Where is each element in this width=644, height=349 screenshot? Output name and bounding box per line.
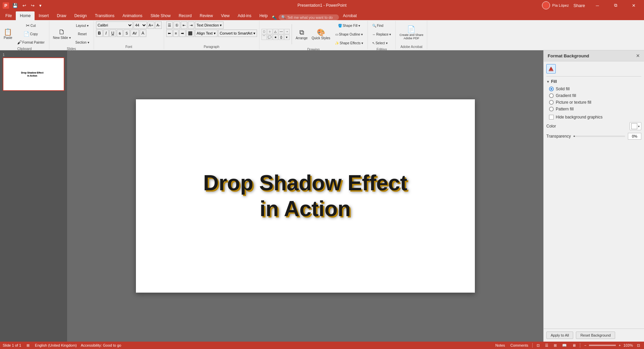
picture-fill-option[interactable]: Picture or texture fill <box>549 100 641 105</box>
reset-background-button[interactable]: Reset Background <box>576 332 615 339</box>
zoom-in-button[interactable]: + <box>617 343 622 347</box>
align-text-button[interactable]: Align Text ▾ <box>195 30 217 37</box>
align-left-button[interactable]: ⬅ <box>166 30 172 37</box>
minimize-button[interactable]: ─ <box>590 0 605 11</box>
rectangle-shape[interactable]: □ <box>261 29 267 34</box>
fill-icon-button[interactable] <box>546 64 556 73</box>
hide-graphics-checkbox[interactable] <box>549 115 554 119</box>
callout-shape[interactable]: 💬 <box>267 35 273 40</box>
font-size-increase-button[interactable]: A+ <box>148 21 154 29</box>
pattern-fill-option[interactable]: Pattern fill <box>549 107 641 111</box>
decrease-indent-button[interactable]: ⇤ <box>181 21 187 29</box>
outline-view-button[interactable]: ☰ <box>544 343 550 348</box>
gradient-fill-option[interactable]: Gradient fill <box>549 93 641 98</box>
solid-fill-option[interactable]: Solid fill <box>549 87 641 91</box>
tab-design[interactable]: Design <box>70 11 91 20</box>
hide-graphics-option[interactable]: Hide background graphics <box>549 115 641 119</box>
undo-button[interactable]: ↩ <box>21 2 28 9</box>
color-swatch-button[interactable]: ▾ <box>630 122 641 130</box>
copy-button[interactable]: 📄 Copy <box>15 30 47 38</box>
font-name-select[interactable]: Calibri <box>96 21 133 29</box>
tab-acrobat[interactable]: Acrobat <box>339 11 361 20</box>
oval-shape[interactable]: ○ <box>267 29 273 34</box>
apply-to-all-button[interactable]: Apply to All <box>546 332 573 339</box>
tab-help[interactable]: Help <box>255 11 272 20</box>
font-size-decrease-button[interactable]: A- <box>155 21 162 29</box>
tab-file[interactable]: File <box>1 11 16 20</box>
freeform-shape[interactable]: ⌒ <box>261 35 267 40</box>
close-panel-button[interactable]: ✕ <box>636 53 640 58</box>
tab-record[interactable]: Record <box>175 11 196 20</box>
char-spacing-button[interactable]: AV <box>131 30 139 37</box>
text-direction-button[interactable]: Text Direction ▾ <box>195 21 224 29</box>
justify-button[interactable]: ⬛ <box>186 30 194 37</box>
tab-draw[interactable]: Draw <box>53 11 70 20</box>
quick-save-button[interactable]: 💾 <box>11 2 19 9</box>
font-color-button[interactable]: A <box>140 30 146 37</box>
tab-addins[interactable]: Add-ins <box>234 11 255 20</box>
arrow-shape[interactable]: → <box>284 29 290 34</box>
fill-section-header[interactable]: ▼ Fill <box>546 79 641 84</box>
solid-fill-radio[interactable] <box>549 87 554 91</box>
replace-button[interactable]: ↔ Replace ▾ <box>370 30 393 38</box>
increase-indent-button[interactable]: ⇥ <box>188 21 194 29</box>
font-size-select[interactable]: 44 <box>134 21 147 29</box>
customize-qat-button[interactable]: ▾ <box>38 2 43 9</box>
numbering-button[interactable]: ① <box>174 21 180 29</box>
tab-transitions[interactable]: Transitions <box>91 11 118 20</box>
share-button[interactable]: Share <box>572 0 587 11</box>
align-right-button[interactable]: ➡ <box>179 30 186 37</box>
layout-button[interactable]: Layout ▾ <box>73 21 92 30</box>
restore-button[interactable]: ⧉ <box>608 0 623 11</box>
new-slide-button[interactable]: 🗋 New Slide ▾ <box>51 24 72 43</box>
arrange-button[interactable]: ⧉ Arrange <box>294 25 309 44</box>
search-input[interactable] <box>287 15 334 19</box>
tab-view[interactable]: View <box>217 11 234 20</box>
align-center-button[interactable]: ≡ <box>173 30 179 37</box>
slide-canvas[interactable]: Drop Shadow Effect in Action <box>136 99 475 293</box>
pattern-fill-radio[interactable] <box>549 107 554 111</box>
convert-smartart-button[interactable]: Convert to SmartArt ▾ <box>218 30 257 37</box>
fit-to-window-button[interactable]: ⊡ <box>636 343 641 348</box>
zoom-out-button[interactable]: − <box>583 343 588 347</box>
reset-button[interactable]: Reset <box>73 30 92 38</box>
zoom-slider[interactable] <box>589 345 616 346</box>
line-shape[interactable]: — <box>279 29 284 34</box>
tab-home[interactable]: Home <box>16 11 35 20</box>
strikethrough-button[interactable]: S̶ <box>117 30 123 37</box>
redo-button[interactable]: ↪ <box>30 2 36 9</box>
bold-button[interactable]: B <box>96 30 103 37</box>
slide-indicators-button[interactable]: ⊞ <box>25 343 31 348</box>
underline-button[interactable]: U <box>109 30 116 37</box>
triangle-shape[interactable]: △ <box>273 29 278 34</box>
shape-fill-button[interactable]: 🪣 Shape Fill ▾ <box>333 21 365 30</box>
slide-sorter-button[interactable]: ⊞ <box>552 343 558 348</box>
bracket-shape[interactable]: {} <box>279 35 284 40</box>
comments-button[interactable]: Comments <box>509 343 530 347</box>
gradient-fill-radio[interactable] <box>549 93 554 98</box>
create-share-pdf-button[interactable]: 📄 Create and ShareAdobe PDF <box>398 23 425 42</box>
tab-insert[interactable]: Insert <box>35 11 53 20</box>
picture-fill-radio[interactable] <box>549 100 554 105</box>
quick-styles-button[interactable]: 🎨 Quick Styles <box>310 25 332 44</box>
shadow-button[interactable]: S <box>123 30 130 37</box>
notes-button[interactable]: Notes <box>494 343 506 347</box>
tab-slideshow[interactable]: Slide Show <box>146 11 175 20</box>
reading-view-button[interactable]: 📖 <box>561 343 568 348</box>
shape-outline-button[interactable]: ▭ Shape Outline ▾ <box>333 30 365 38</box>
star-shape[interactable]: ★ <box>273 35 278 40</box>
close-button[interactable]: ✕ <box>626 0 641 11</box>
normal-view-button[interactable]: ⊡ <box>535 343 541 348</box>
cut-button[interactable]: ✂ Cut <box>15 21 47 30</box>
italic-button[interactable]: I <box>103 30 108 37</box>
transparency-slider[interactable] <box>574 136 625 137</box>
shape-effects-button[interactable]: ✨ Shape Effects ▾ <box>333 39 365 47</box>
format-painter-button[interactable]: 🖌 Format Painter <box>15 38 47 46</box>
tab-review[interactable]: Review <box>196 11 217 20</box>
bullets-button[interactable]: ☰ <box>166 21 173 29</box>
section-button[interactable]: Section ▾ <box>73 38 92 46</box>
paste-button[interactable]: 📋 Paste <box>2 24 14 43</box>
search-icon[interactable]: 🔦 <box>272 15 277 20</box>
transparency-value[interactable]: 0% <box>628 133 641 140</box>
select-button[interactable]: ↖ Select ▾ <box>370 39 390 47</box>
